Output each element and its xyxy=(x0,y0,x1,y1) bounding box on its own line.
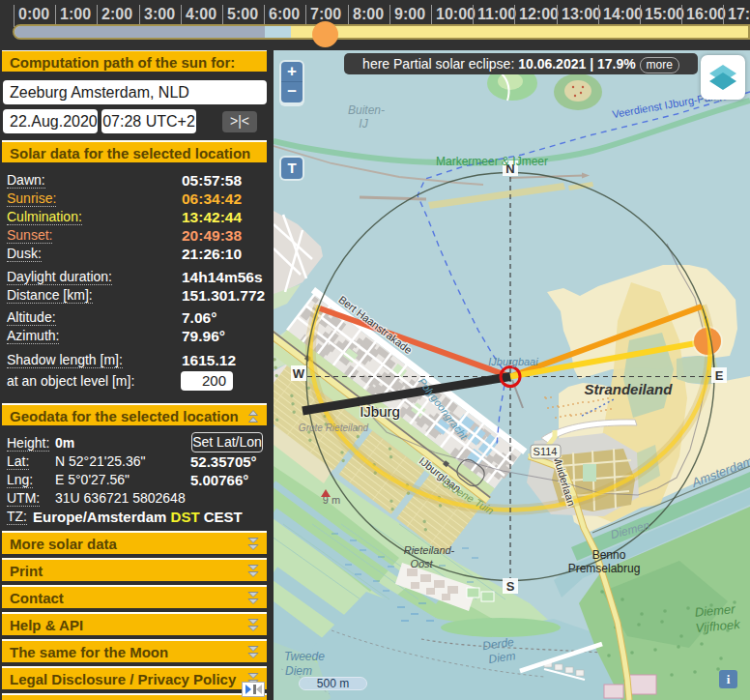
svg-text:S: S xyxy=(506,579,515,594)
svg-text:Premselabrug: Premselabrug xyxy=(568,562,641,575)
svg-text:W: W xyxy=(293,366,305,381)
svg-text:Buiten-: Buiten- xyxy=(348,103,385,117)
svg-text:Tweede: Tweede xyxy=(284,650,325,663)
svg-text:Oost: Oost xyxy=(410,558,433,569)
svg-text:Grote Rieteiland: Grote Rieteiland xyxy=(299,423,369,433)
svg-text:Markermeer & IJmeer: Markermeer & IJmeer xyxy=(436,155,548,168)
svg-text:Strandeiland: Strandeiland xyxy=(585,381,674,397)
svg-text:E: E xyxy=(715,368,724,383)
svg-text:IJ: IJ xyxy=(359,117,368,131)
svg-text:IJburg: IJburg xyxy=(360,403,400,420)
svg-text:Benno: Benno xyxy=(592,548,626,562)
svg-text:IJburgbaai: IJburgbaai xyxy=(488,356,538,367)
svg-text:Rieteiland-: Rieteiland- xyxy=(404,544,455,556)
svg-text:Diem: Diem xyxy=(285,664,312,678)
svg-text:S114: S114 xyxy=(534,446,558,457)
